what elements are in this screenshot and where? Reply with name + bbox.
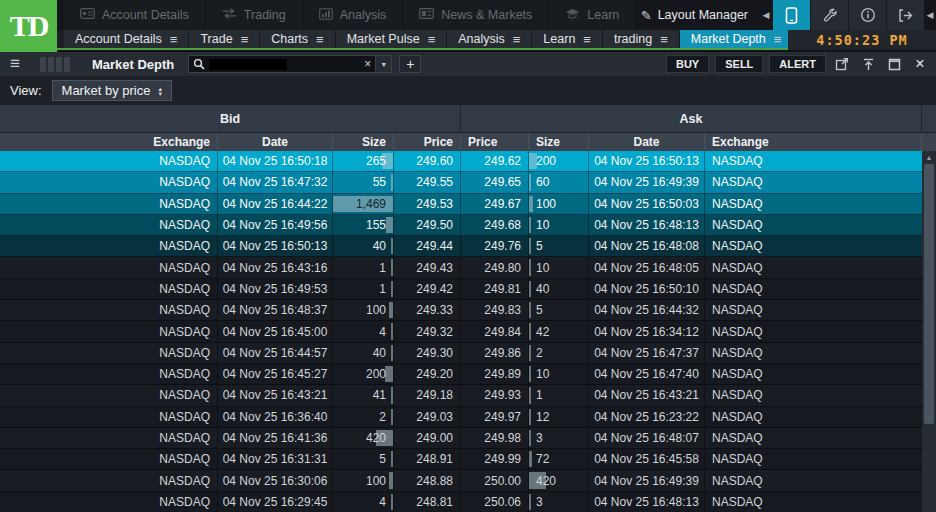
- buy-button[interactable]: BUY: [666, 55, 709, 73]
- depth-row[interactable]: NASDAQ 04 Nov 25 16:49:56 155 249.50 249…: [0, 215, 936, 236]
- bid-price-cell[interactable]: 249.18: [394, 385, 461, 405]
- ask-exchange-cell[interactable]: NASDAQ: [705, 470, 922, 490]
- depth-row[interactable]: NASDAQ 04 Nov 25 16:47:32 55 249.55 249.…: [0, 172, 936, 193]
- bid-exchange-cell[interactable]: NASDAQ: [0, 385, 218, 405]
- bid-size-cell[interactable]: 1,469: [333, 194, 394, 214]
- bid-exchange-cell[interactable]: NASDAQ: [0, 172, 218, 192]
- bid-exchange-cell[interactable]: NASDAQ: [0, 151, 218, 171]
- ask-size-cell[interactable]: 12: [529, 407, 589, 427]
- ask-size-cell[interactable]: 200: [529, 151, 589, 171]
- ask-price-cell[interactable]: 249.68: [461, 215, 529, 235]
- ask-date-cell[interactable]: 04 Nov 25 16:50:03: [589, 194, 705, 214]
- menu-icon[interactable]: ≡: [0, 54, 30, 74]
- bid-date-cell[interactable]: 04 Nov 25 16:43:16: [218, 257, 333, 277]
- ask-date-cell[interactable]: 04 Nov 25 16:47:37: [589, 343, 705, 363]
- ask-size-cell[interactable]: 3: [529, 428, 589, 448]
- column-header-ask-date[interactable]: Date: [589, 133, 705, 151]
- bid-size-cell[interactable]: 420: [333, 428, 394, 448]
- ask-date-cell[interactable]: 04 Nov 25 16:48:07: [589, 428, 705, 448]
- bid-date-cell[interactable]: 04 Nov 25 16:29:45: [218, 492, 333, 512]
- ask-exchange-cell[interactable]: NASDAQ: [705, 300, 922, 320]
- ask-price-cell[interactable]: 250.06: [461, 492, 529, 512]
- column-header-bid-exchange[interactable]: Exchange: [0, 133, 218, 151]
- tab-menu-icon[interactable]: ≡: [241, 32, 249, 47]
- ask-price-cell[interactable]: 249.98: [461, 428, 529, 448]
- top-nav-item-trading[interactable]: Trading: [206, 0, 303, 30]
- ask-date-cell[interactable]: 04 Nov 25 16:44:32: [589, 300, 705, 320]
- bid-price-cell[interactable]: 249.33: [394, 300, 461, 320]
- bid-date-cell[interactable]: 04 Nov 25 16:50:18: [218, 151, 333, 171]
- ask-size-cell[interactable]: 10: [529, 364, 589, 384]
- bid-size-cell[interactable]: 100: [333, 470, 394, 490]
- bid-price-cell[interactable]: 249.60: [394, 151, 461, 171]
- bid-exchange-cell[interactable]: NASDAQ: [0, 236, 218, 256]
- ask-size-cell[interactable]: 10: [529, 257, 589, 277]
- bid-price-cell[interactable]: 249.00: [394, 428, 461, 448]
- top-nav-item-analysis[interactable]: Analysis: [303, 0, 404, 30]
- tab-menu-icon[interactable]: ≡: [660, 32, 668, 47]
- bid-price-cell[interactable]: 248.91: [394, 449, 461, 469]
- ask-size-cell[interactable]: 5: [529, 300, 589, 320]
- ask-date-cell[interactable]: 04 Nov 25 16:43:21: [589, 385, 705, 405]
- ask-size-cell[interactable]: 10: [529, 215, 589, 235]
- sign-out-icon[interactable]: [886, 0, 924, 30]
- tab-learn[interactable]: Learn ≡: [532, 30, 603, 48]
- bid-date-cell[interactable]: 04 Nov 25 16:45:27: [218, 364, 333, 384]
- tab-charts[interactable]: Charts ≡: [260, 30, 335, 48]
- ask-exchange-cell[interactable]: NASDAQ: [705, 492, 922, 512]
- ask-price-cell[interactable]: 249.67: [461, 194, 529, 214]
- ask-price-cell[interactable]: 249.86: [461, 343, 529, 363]
- bid-price-cell[interactable]: 249.20: [394, 364, 461, 384]
- ask-date-cell[interactable]: 04 Nov 25 16:48:13: [589, 492, 705, 512]
- sell-button[interactable]: SELL: [715, 55, 763, 73]
- clear-search-icon[interactable]: ×: [364, 57, 371, 71]
- ask-size-cell[interactable]: 5: [529, 236, 589, 256]
- bid-date-cell[interactable]: 04 Nov 25 16:36:40: [218, 407, 333, 427]
- bid-date-cell[interactable]: 04 Nov 25 16:49:56: [218, 215, 333, 235]
- ask-exchange-cell[interactable]: NASDAQ: [705, 407, 922, 427]
- search-dropdown-button[interactable]: ▾: [376, 55, 392, 73]
- bid-exchange-cell[interactable]: NASDAQ: [0, 343, 218, 363]
- bid-date-cell[interactable]: 04 Nov 25 16:48:37: [218, 300, 333, 320]
- bid-date-cell[interactable]: 04 Nov 25 16:50:13: [218, 236, 333, 256]
- ask-price-cell[interactable]: 249.65: [461, 172, 529, 192]
- tab-market-pulse[interactable]: Market Pulse ≡: [336, 30, 448, 48]
- bid-price-cell[interactable]: 249.03: [394, 407, 461, 427]
- maximize-icon[interactable]: [884, 58, 904, 71]
- tab-trading[interactable]: trading ≡: [603, 30, 680, 48]
- ask-size-cell[interactable]: 42: [529, 321, 589, 341]
- ask-date-cell[interactable]: 04 Nov 25 16:50:13: [589, 151, 705, 171]
- depth-row[interactable]: NASDAQ 04 Nov 25 16:50:18 265 249.60 249…: [0, 151, 936, 172]
- bid-size-cell[interactable]: 2: [333, 407, 394, 427]
- depth-row[interactable]: NASDAQ 04 Nov 25 16:48:37 100 249.33 249…: [0, 300, 936, 321]
- ask-price-cell[interactable]: 249.76: [461, 236, 529, 256]
- tab-menu-icon[interactable]: ≡: [316, 32, 324, 47]
- bid-size-cell[interactable]: 40: [333, 236, 394, 256]
- ask-exchange-cell[interactable]: NASDAQ: [705, 151, 922, 171]
- bid-size-cell[interactable]: 100: [333, 300, 394, 320]
- ask-price-cell[interactable]: 249.80: [461, 257, 529, 277]
- symbol-search-input[interactable]: ×: [188, 55, 376, 73]
- ask-exchange-cell[interactable]: NASDAQ: [705, 428, 922, 448]
- layout-manager-button[interactable]: ✎ Layout Manager: [629, 0, 760, 30]
- bid-exchange-cell[interactable]: NASDAQ: [0, 300, 218, 320]
- column-header-ask-exchange[interactable]: Exchange: [705, 133, 922, 151]
- column-header-bid-size[interactable]: Size: [333, 133, 394, 151]
- top-nav-item-news-markets[interactable]: News & Markets: [403, 0, 549, 30]
- popout-icon[interactable]: [832, 57, 852, 71]
- column-header-ask-price[interactable]: Price: [461, 133, 529, 151]
- ask-size-cell[interactable]: 2: [529, 343, 589, 363]
- bid-size-cell[interactable]: 5: [333, 449, 394, 469]
- ask-size-cell[interactable]: 100: [529, 194, 589, 214]
- bid-date-cell[interactable]: 04 Nov 25 16:44:22: [218, 194, 333, 214]
- ask-price-cell[interactable]: 249.84: [461, 321, 529, 341]
- ask-exchange-cell[interactable]: NASDAQ: [705, 236, 922, 256]
- bid-price-cell[interactable]: 249.50: [394, 215, 461, 235]
- ask-date-cell[interactable]: 04 Nov 25 16:45:58: [589, 449, 705, 469]
- depth-row[interactable]: NASDAQ 04 Nov 25 16:50:13 40 249.44 249.…: [0, 236, 936, 257]
- ask-price-cell[interactable]: 249.93: [461, 385, 529, 405]
- top-nav-item-learn[interactable]: Learn: [549, 0, 636, 30]
- bid-exchange-cell[interactable]: NASDAQ: [0, 194, 218, 214]
- column-header-ask-size[interactable]: Size: [529, 133, 589, 151]
- bid-exchange-cell[interactable]: NASDAQ: [0, 364, 218, 384]
